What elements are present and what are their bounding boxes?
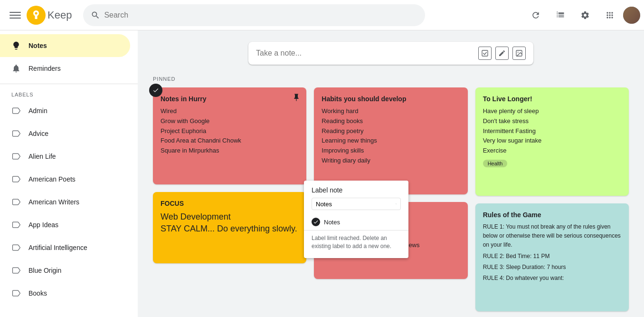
label-icon-admin bbox=[11, 106, 21, 115]
sidebar-item-app-ideas[interactable]: App Ideas bbox=[0, 213, 130, 236]
sidebar-item-admin[interactable]: Admin bbox=[0, 99, 130, 122]
apps-icon bbox=[605, 10, 615, 20]
note-input-bar[interactable] bbox=[248, 42, 533, 65]
sidebar-item-reminders[interactable]: Reminders bbox=[0, 57, 130, 80]
checkbox-icon[interactable] bbox=[478, 47, 492, 60]
sidebar-divider bbox=[0, 84, 138, 84]
label-search-icon bbox=[396, 200, 397, 208]
note-card-focus[interactable]: FOCUS Web DevelopmentSTAY CALM... Do eve… bbox=[153, 192, 306, 263]
header-actions bbox=[524, 4, 640, 27]
label-books: Books bbox=[28, 289, 47, 297]
label-popup-search-input[interactable] bbox=[316, 201, 396, 208]
pencil-icon[interactable] bbox=[495, 47, 509, 60]
layout-icon bbox=[556, 10, 565, 20]
label-popup-title: Label note bbox=[304, 186, 408, 198]
apps-button[interactable] bbox=[598, 4, 621, 27]
note-title-focus: FOCUS bbox=[161, 200, 299, 207]
main-content: PINNED Notes in Hurry Wired Grow with Go… bbox=[138, 30, 644, 317]
label-popup-item-notes[interactable]: Notes bbox=[304, 214, 408, 230]
note-body-rules: RULE 1: You must not break any of the ru… bbox=[483, 222, 621, 283]
avatar[interactable] bbox=[623, 7, 640, 24]
logo-icon bbox=[27, 6, 46, 25]
image-icon[interactable] bbox=[512, 47, 526, 60]
refresh-button[interactable] bbox=[524, 4, 547, 27]
menu-button[interactable] bbox=[4, 4, 27, 27]
sidebar-item-alien-life[interactable]: Alien Life bbox=[0, 145, 130, 168]
sidebar: Notes Reminders LABELS Admin Advice Alie… bbox=[0, 30, 138, 317]
note-card-rules[interactable]: Rules of the Game RULE 1: You must not b… bbox=[475, 203, 629, 311]
refresh-icon bbox=[531, 10, 540, 20]
sidebar-item-artificial-intelligence[interactable]: Artificial Intelligence bbox=[0, 236, 130, 259]
app-header: Keep bbox=[0, 0, 644, 30]
note-body: Wired Grow with Google Project Euphoria … bbox=[161, 106, 299, 156]
svg-rect-0 bbox=[9, 12, 21, 13]
settings-icon bbox=[580, 10, 590, 20]
note-body-focus: Web DevelopmentSTAY CALM... Do everythin… bbox=[161, 211, 299, 235]
label-blue-origin: Blue Origin bbox=[28, 267, 61, 274]
note-title-habits: Habits you should develop bbox=[322, 95, 460, 103]
svg-point-7 bbox=[203, 169, 205, 170]
label-popup-search-box[interactable] bbox=[312, 198, 401, 210]
label-icon-app-ideas bbox=[11, 220, 21, 230]
label-admin: Admin bbox=[28, 107, 47, 115]
check-circle bbox=[312, 218, 320, 226]
note-card-habits[interactable]: Habits you should develop Working hard R… bbox=[314, 87, 467, 194]
svg-point-3 bbox=[35, 12, 38, 14]
more-action[interactable] bbox=[199, 162, 214, 177]
note-title: Notes in Hurry bbox=[161, 95, 299, 103]
search-icon bbox=[91, 10, 100, 20]
note-input[interactable] bbox=[256, 49, 478, 58]
sidebar-item-books[interactable]: Books bbox=[0, 282, 130, 305]
avatar-image bbox=[623, 7, 640, 24]
label-app-ideas: App Ideas bbox=[28, 221, 58, 229]
label-popup: Label note Notes Label limit reached. De… bbox=[304, 181, 408, 258]
add-collaborator-action[interactable] bbox=[180, 240, 195, 256]
search-input[interactable] bbox=[104, 11, 417, 19]
svg-point-8 bbox=[206, 169, 207, 170]
notes-label: Notes bbox=[28, 42, 47, 49]
sidebar-item-american-writers[interactable]: American Writers bbox=[0, 191, 130, 213]
label-alien-life: Alien Life bbox=[28, 153, 56, 160]
pinned-label: PINNED bbox=[153, 76, 629, 82]
remind-action[interactable] bbox=[483, 173, 498, 188]
note-card-notes-in-hurry[interactable]: Notes in Hurry Wired Grow with Google Pr… bbox=[153, 87, 306, 184]
remind-action[interactable] bbox=[483, 288, 498, 304]
label-icon-blue-origin bbox=[11, 266, 21, 275]
svg-point-6 bbox=[518, 52, 519, 53]
label-icon-books bbox=[11, 288, 21, 298]
note-card-live-longer[interactable]: To Live Longer! Have plenty of sleep Don… bbox=[475, 87, 629, 196]
health-chip: Health bbox=[483, 160, 508, 167]
sidebar-item-notes[interactable]: Notes bbox=[0, 34, 130, 57]
pin-icon bbox=[292, 93, 301, 104]
sidebar-item-blue-origin[interactable]: Blue Origin bbox=[0, 259, 130, 282]
logo-text: Keep bbox=[47, 9, 72, 21]
app-logo[interactable]: Keep bbox=[27, 6, 72, 25]
svg-rect-4 bbox=[482, 50, 488, 56]
note-title-live-longer: To Live Longer! bbox=[483, 95, 621, 103]
label-american-poets: American Poets bbox=[28, 175, 76, 183]
label-icon-alien-life bbox=[11, 152, 21, 161]
svg-rect-1 bbox=[9, 15, 21, 16]
label-american-writers: American Writers bbox=[28, 198, 79, 206]
lightbulb-icon bbox=[11, 41, 21, 50]
search-bar[interactable] bbox=[83, 4, 425, 26]
label-advice: Advice bbox=[28, 130, 48, 137]
sidebar-item-advice[interactable]: Advice bbox=[0, 122, 130, 145]
sidebar-item-american-poets[interactable]: American Poets bbox=[0, 168, 130, 191]
settings-button[interactable] bbox=[574, 4, 597, 27]
bell-icon bbox=[11, 64, 21, 73]
layout-button[interactable] bbox=[549, 4, 572, 27]
label-ai: Artificial Intelligence bbox=[28, 244, 87, 251]
remind-action[interactable] bbox=[161, 240, 176, 256]
reminders-label: Reminders bbox=[28, 65, 61, 72]
label-icon-american-poets bbox=[11, 174, 21, 184]
label-popup-warning: Label limit reached. Delete an existing … bbox=[304, 230, 408, 254]
note-body-live-longer: Have plenty of sleep Don't take stress I… bbox=[483, 106, 621, 156]
label-icon-american-writers bbox=[11, 197, 21, 207]
note-title-rules: Rules of the Game bbox=[483, 211, 621, 219]
remind-action[interactable] bbox=[322, 256, 337, 271]
add-collaborator-action[interactable] bbox=[180, 162, 195, 177]
labels-header: LABELS bbox=[0, 88, 138, 99]
svg-rect-2 bbox=[9, 18, 21, 19]
remind-action[interactable] bbox=[161, 162, 176, 177]
